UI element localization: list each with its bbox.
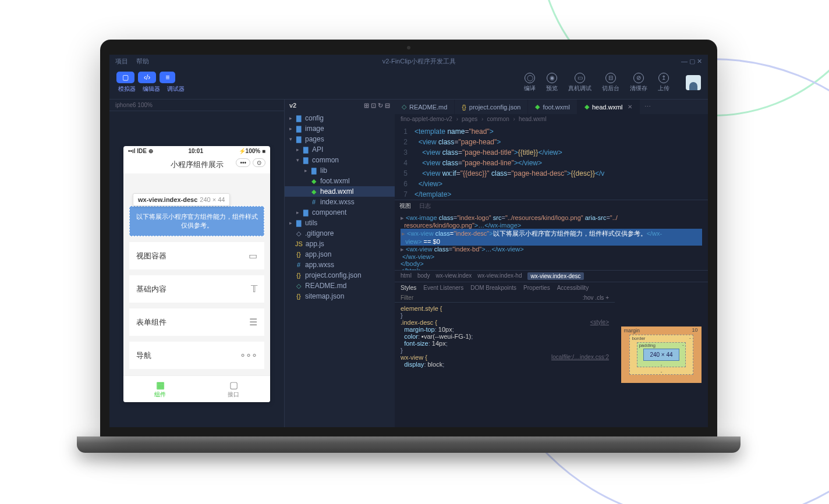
editor-tab[interactable]: ◇README.md	[395, 100, 455, 114]
clear-cache-button[interactable]: ⊘清缓存	[630, 73, 647, 93]
phone-simulator[interactable]: ••ıl IDE ⊕ 10:01 ⚡100% ■ 小程序组件展示 ••• ⊙ w…	[123, 146, 270, 402]
nav-icon: ∘∘∘	[240, 350, 257, 361]
avatar[interactable]	[686, 75, 701, 90]
explorer-actions[interactable]: ⊞ ⊡ ↻ ⊟	[364, 102, 390, 109]
list-item[interactable]: 视图容器▭	[129, 242, 264, 269]
editor-tabs: ◇README.md {}project.config.json ◆foot.w…	[395, 100, 708, 114]
phone-tab-component[interactable]: ▦组件	[123, 376, 197, 402]
more-tabs-button[interactable]: ⋯	[640, 100, 656, 114]
phone-page-title: 小程序组件展示 ••• ⊙	[123, 156, 270, 173]
mode-debugger-label: 调试器	[165, 85, 186, 93]
editor-tab-active[interactable]: ◆head.wxml✕	[578, 100, 640, 114]
tree-file[interactable]: {}app.json	[285, 249, 395, 260]
capsule-close-icon[interactable]: ⊙	[253, 158, 265, 167]
tree-folder[interactable]: ▸▇utils	[285, 218, 395, 228]
tree-file[interactable]: #index.wxss	[285, 197, 395, 207]
styles-tab[interactable]: Styles	[401, 285, 416, 291]
laptop-frame: 项目 帮助 v2-FinClip小程序开发工具 — ▢ ✕ ▢ ‹/› ≡ 模拟…	[100, 40, 717, 453]
mode-editor-button[interactable]: ‹/›	[138, 72, 156, 83]
menu-help[interactable]: 帮助	[136, 57, 149, 66]
dom-breakpoints-tab[interactable]: DOM Breakpoints	[470, 285, 516, 291]
tree-file[interactable]: {}sitemap.json	[285, 291, 395, 301]
tree-folder[interactable]: ▾▇pages	[285, 134, 395, 144]
phone-status-bar: ••ıl IDE ⊕ 10:01 ⚡100% ■	[123, 146, 270, 156]
tree-file[interactable]: #app.wxss	[285, 260, 395, 270]
box-model-diagram: 10 - - 240 × 44 - -	[615, 282, 708, 427]
mode-simulator-label: 模拟器	[116, 85, 137, 93]
menu-project[interactable]: 项目	[115, 57, 128, 66]
tree-file[interactable]: ◇README.md	[285, 281, 395, 291]
simulator-device-info[interactable]: iphone6 100%	[109, 100, 284, 111]
styles-tools[interactable]: :hov .cls +	[583, 294, 609, 301]
capsule-more-icon[interactable]: •••	[236, 158, 250, 167]
elements-tree[interactable]: ▸ <wx-image class="index-logo" src="../r…	[395, 212, 708, 270]
file-explorer: v2 ⊞ ⊡ ↻ ⊟ ▸▇config ▸▇image ▾▇pages ▸▇AP…	[284, 100, 395, 427]
tree-folder[interactable]: ▸▇config	[285, 113, 395, 123]
tree-file[interactable]: JSapp.js	[285, 239, 395, 249]
list-item[interactable]: 表单组件☰	[129, 308, 264, 336]
mode-simulator-button[interactable]: ▢	[116, 72, 134, 83]
window-title: v2-FinClip小程序开发工具	[157, 57, 681, 66]
main-area: iphone6 100% ••ıl IDE ⊕ 10:01 ⚡100% ■ 小程…	[109, 99, 708, 427]
tree-file[interactable]: {}project.config.json	[285, 270, 395, 281]
styles-filter-input[interactable]	[401, 294, 583, 301]
code-editor[interactable]: 1<template name="head"> 2 <view class="p…	[395, 124, 708, 200]
inspector-tooltip: wx-view.index-desc240 × 44	[133, 193, 230, 206]
text-icon: 𝕋	[251, 283, 257, 294]
laptop-camera	[407, 46, 410, 49]
list-item[interactable]: 基础内容𝕋	[129, 275, 264, 303]
compile-button[interactable]: ◯编译	[524, 73, 536, 93]
tree-folder[interactable]: ▸▇API	[285, 144, 395, 155]
close-icon[interactable]: ✕	[628, 104, 632, 110]
upload-button[interactable]: ↥上传	[658, 73, 669, 93]
mode-editor-label: 编辑器	[141, 85, 162, 93]
background-button[interactable]: ⊟切后台	[602, 73, 619, 93]
container-icon: ▭	[249, 250, 257, 261]
laptop-base	[77, 436, 741, 453]
list-item[interactable]: 导航∘∘∘	[129, 342, 264, 369]
inspector-highlight: 以下将展示小程序官方组件能力，组件样式仅供参考。	[129, 206, 264, 236]
tree-file[interactable]: ◆foot.wxml	[285, 176, 395, 186]
mode-debugger-button[interactable]: ≡	[160, 72, 175, 83]
tree-folder[interactable]: ▸▇lib	[285, 165, 395, 176]
properties-tab[interactable]: Properties	[523, 285, 550, 291]
menubar: 项目 帮助 v2-FinClip小程序开发工具 — ▢ ✕	[109, 55, 708, 68]
phone-tab-api[interactable]: ▢接口	[197, 376, 270, 402]
explorer-root[interactable]: v2	[289, 102, 296, 109]
event-listeners-tab[interactable]: Event Listeners	[423, 285, 463, 291]
simulator-panel: iphone6 100% ••ıl IDE ⊕ 10:01 ⚡100% ■ 小程…	[109, 100, 284, 427]
window-controls[interactable]: — ▢ ✕	[681, 58, 702, 65]
editor-tab[interactable]: ◆foot.wxml	[528, 100, 577, 114]
toolbar: ▢ ‹/› ≡ 模拟器 编辑器 调试器 ◯编译 ◉预览 ▭真机调试 ⊟切后台 ⊘…	[109, 68, 708, 99]
tree-folder[interactable]: ▾▇common	[285, 155, 395, 165]
form-icon: ☰	[249, 317, 257, 328]
tree-folder[interactable]: ▸▇component	[285, 207, 395, 218]
tree-file[interactable]: ◇.gitignore	[285, 228, 395, 239]
css-rules[interactable]: element.style { } <style>.index-desc { m…	[395, 303, 615, 370]
accessibility-tab[interactable]: Accessibility	[557, 285, 589, 291]
tree-file-active[interactable]: ◆head.wxml	[285, 186, 395, 197]
editor-panel: ◇README.md {}project.config.json ◆foot.w…	[395, 100, 708, 427]
breadcrumb[interactable]: fino-applet-demo-v2pagescommonhead.wxml	[395, 114, 708, 124]
elements-breadcrumb[interactable]: html body wx-view.index wx-view.index-hd…	[395, 270, 708, 282]
editor-tab[interactable]: {}project.config.json	[455, 100, 528, 114]
devtools-panel: 视图 日志 ▸ <wx-image class="index-logo" src…	[395, 200, 708, 427]
devtools-tab-view[interactable]: 视图	[399, 202, 411, 210]
remote-debug-button[interactable]: ▭真机调试	[568, 73, 591, 93]
devtools-tab-log[interactable]: 日志	[419, 202, 431, 210]
tree-folder[interactable]: ▸▇image	[285, 123, 395, 134]
ide-window: 项目 帮助 v2-FinClip小程序开发工具 — ▢ ✕ ▢ ‹/› ≡ 模拟…	[109, 55, 708, 427]
preview-button[interactable]: ◉预览	[546, 73, 558, 93]
